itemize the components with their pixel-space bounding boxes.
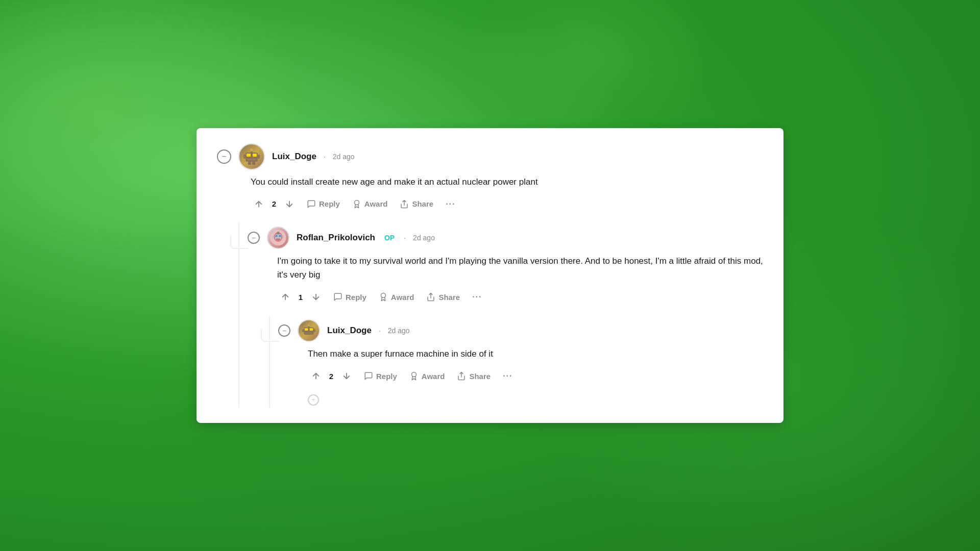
- share-label-1-1-1: Share: [469, 372, 491, 381]
- thread-container-1-1: −: [248, 315, 763, 408]
- upvote-btn-1-1[interactable]: [277, 289, 293, 305]
- svg-point-17: [277, 232, 279, 234]
- svg-rect-22: [305, 328, 308, 331]
- svg-rect-28: [314, 329, 315, 332]
- thread-line-1-1: [248, 315, 278, 408]
- timestamp-1-1-1: 2d ago: [388, 327, 410, 335]
- downvote-btn-1-1-1[interactable]: [338, 368, 355, 384]
- comment-body-1: You could install create new age and mak…: [251, 175, 763, 189]
- svg-point-5: [250, 148, 253, 152]
- svg-rect-6: [243, 155, 246, 159]
- comment-1-1: −: [248, 227, 763, 408]
- svg-rect-9: [252, 162, 255, 165]
- svg-rect-18: [273, 236, 274, 238]
- share-btn-1-1[interactable]: Share: [421, 289, 465, 305]
- reply-label-1-1-1: Reply: [376, 372, 397, 381]
- svg-rect-16: [276, 239, 281, 240]
- username-roflan: Roflan_Prikolovich: [297, 233, 375, 243]
- downvote-btn-1[interactable]: [281, 196, 298, 212]
- reply-btn-1[interactable]: Reply: [302, 196, 345, 212]
- comment-1: − Luix_Doge · 2d ago: [217, 143, 763, 408]
- collapse-button-1-1-1[interactable]: −: [278, 324, 290, 337]
- collapse-button-1-1[interactable]: −: [248, 232, 260, 244]
- award-label-1-1-1: Award: [422, 372, 445, 381]
- share-btn-1-1-1[interactable]: Share: [452, 368, 496, 384]
- svg-rect-24: [306, 332, 312, 333]
- comment-1-1-header: −: [248, 227, 763, 249]
- reply-label-1: Reply: [319, 199, 340, 208]
- collapse-button-1[interactable]: −: [217, 149, 231, 164]
- share-label-1: Share: [412, 199, 433, 208]
- downvote-btn-1-1[interactable]: [308, 289, 324, 305]
- comment-body-1-1: I'm going to take it to my survival worl…: [277, 254, 763, 282]
- thread-container-1: −: [217, 222, 763, 408]
- svg-rect-8: [248, 162, 251, 165]
- action-bar-1-1-1: 2: [308, 368, 763, 384]
- comment-panel: − Luix_Doge · 2d ago: [197, 128, 783, 423]
- avatar-luix-doge-1: [238, 143, 265, 170]
- action-bar-1: 2 Reply Award: [251, 196, 763, 212]
- vote-count-1-1: 1: [297, 293, 305, 302]
- avatar-luix-doge-2: [298, 319, 320, 342]
- award-btn-1[interactable]: Award: [347, 196, 393, 212]
- svg-rect-19: [283, 236, 284, 238]
- upvote-btn-1[interactable]: [251, 196, 267, 212]
- comment-body-1-1-1: Then make a super furnace machine in sid…: [308, 347, 763, 361]
- timestamp-1: 2d ago: [333, 153, 355, 161]
- reply-label-1-1: Reply: [346, 293, 366, 302]
- svg-rect-3: [248, 159, 256, 160]
- award-btn-1-1-1[interactable]: Award: [404, 368, 450, 384]
- svg-rect-1: [247, 154, 251, 157]
- share-btn-1[interactable]: Share: [395, 196, 438, 212]
- comment-1-1-1-header: −: [278, 319, 763, 342]
- reply-btn-1-1-1[interactable]: Reply: [359, 368, 402, 384]
- thread-line-1: [217, 222, 248, 408]
- more-btn-1-1-1[interactable]: ···: [498, 368, 518, 384]
- comment-1-header: − Luix_Doge · 2d ago: [217, 143, 763, 170]
- username-luix-doge-2: Luix_Doge: [327, 325, 372, 336]
- svg-rect-2: [253, 154, 257, 157]
- svg-rect-7: [258, 155, 260, 159]
- svg-rect-23: [310, 328, 313, 331]
- more-btn-1-1[interactable]: ···: [467, 289, 487, 305]
- vote-section-1: 2: [251, 196, 298, 212]
- avatar-roflan-prikolovich: [267, 227, 289, 249]
- reply-btn-1-1[interactable]: Reply: [328, 289, 372, 305]
- bottom-connector: +: [308, 394, 763, 408]
- timestamp-1-1: 2d ago: [413, 234, 435, 242]
- comment-1-1-1: −: [278, 319, 763, 408]
- share-label-1-1: Share: [438, 293, 460, 302]
- nested-comment-1-1-1: −: [278, 315, 763, 408]
- nested-comment-1-1: −: [248, 222, 763, 408]
- svg-rect-27: [302, 329, 304, 332]
- award-label-1: Award: [364, 199, 388, 208]
- upvote-btn-1-1-1[interactable]: [308, 368, 324, 384]
- svg-point-26: [308, 324, 310, 327]
- vote-section-1-1-1: 2: [308, 368, 355, 384]
- op-badge: OP: [382, 233, 397, 242]
- expand-more-btn[interactable]: +: [308, 394, 319, 406]
- vote-section-1-1: 1: [277, 289, 324, 305]
- award-btn-1-1[interactable]: Award: [374, 289, 420, 305]
- svg-point-14: [275, 235, 277, 237]
- more-btn-1[interactable]: ···: [440, 196, 460, 212]
- username-luix-doge-1: Luix_Doge: [272, 152, 316, 162]
- action-bar-1-1: 1 Reply: [277, 289, 763, 305]
- award-label-1-1: Award: [391, 293, 414, 302]
- svg-point-15: [279, 235, 281, 237]
- vote-count-1: 2: [270, 199, 278, 208]
- vote-count-1-1-1: 2: [327, 372, 335, 381]
